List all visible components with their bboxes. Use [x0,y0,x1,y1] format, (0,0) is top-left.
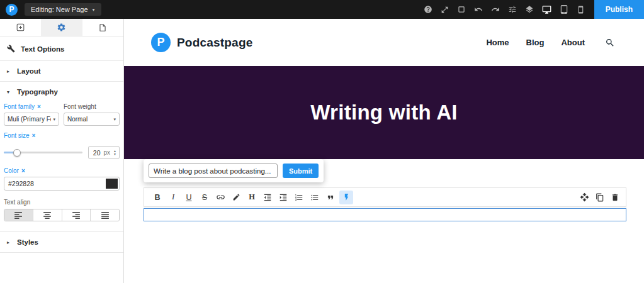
publish-button[interactable]: Publish [594,0,644,19]
editor-area: Submit B I U S H [124,159,644,283]
section-typography[interactable]: ▾ Typography [0,82,123,102]
preview-frame-icon [457,5,466,14]
font-family-label: Font family × [4,103,64,110]
heading-button[interactable]: H [245,191,259,204]
italic-button[interactable]: I [166,191,180,204]
logo-letter: P [9,5,14,14]
section-typography-label: Typography [17,88,58,96]
move-element-button[interactable] [580,192,589,202]
align-left-button[interactable] [4,209,33,221]
clear-color-icon[interactable]: × [21,167,25,174]
clear-font-family-icon[interactable]: × [37,103,41,110]
color-label: Color × [4,167,120,174]
chevron-down-icon: ▾ [93,7,95,13]
editing-label: Editing: New Page [31,6,88,13]
align-right-icon [72,212,80,219]
font-size-unit: px [103,149,110,156]
font-weight-select[interactable]: Normal ▾ [64,113,120,126]
slider-handle[interactable] [13,149,21,157]
color-swatch[interactable] [106,179,118,189]
panel-title-label: Text Options [21,45,64,53]
tablet-view-button[interactable] [560,5,568,14]
mobile-icon [577,6,585,14]
search-button[interactable] [605,38,615,48]
font-size-label: Font size × [4,132,120,139]
nav-link-about[interactable]: About [561,38,585,47]
lightning-bolt-icon [342,193,351,201]
trash-icon [611,193,619,202]
indent-icon [279,193,288,202]
hero-section[interactable]: Writing with AI [124,66,644,159]
underline-button[interactable]: U [182,191,196,204]
chevron-down-icon: ▾ [113,117,116,122]
undo-icon [474,5,483,14]
font-size-value: 20 [91,149,100,157]
redo-button[interactable] [491,5,500,14]
font-size-input[interactable]: 20 px ▲ ▼ [88,146,120,159]
font-weight-label: Font weight [64,103,120,110]
ai-prompt-input[interactable] [149,164,278,178]
site-nav: Home Blog About [486,38,615,48]
text-color-button[interactable] [229,191,243,204]
font-family-select[interactable]: Muli (Primary Font) ▾ [4,113,59,126]
typography-panel: Font family × Font weight Muli (Primary … [0,102,123,231]
desktop-icon [542,5,551,14]
clear-font-size-icon[interactable]: × [32,132,36,139]
duplicate-element-button[interactable] [596,193,604,202]
help-icon [424,5,432,14]
indent-button[interactable] [276,191,290,204]
align-center-button[interactable] [33,209,62,221]
section-layout-label: Layout [17,67,41,75]
text-align-group [4,209,120,221]
chevron-down-icon: ▾ [7,89,13,95]
fullscreen-button[interactable] [441,6,449,14]
pen-icon [232,193,240,201]
stepper-down-icon[interactable]: ▼ [113,153,116,156]
submit-button[interactable]: Submit [283,164,319,178]
tab-settings[interactable] [41,19,82,36]
nav-link-blog[interactable]: Blog [526,38,545,47]
tab-add-elements[interactable] [0,19,41,36]
color-hex-value: #292828 [8,180,34,187]
site-logo: P [151,33,171,52]
tablet-icon [560,5,568,14]
section-layout[interactable]: ▸ Layout [0,61,123,81]
quote-button[interactable] [324,191,337,204]
numbered-list-button[interactable] [292,191,306,204]
link-button[interactable] [213,191,227,204]
color-input[interactable]: #292828 [4,177,120,191]
page-canvas: P Podcastpage Home Blog About Writing wi… [124,19,644,283]
site-settings-button[interactable] [508,5,517,14]
builder-topbar: P Editing: New Page ▾ [0,0,644,19]
desktop-view-button[interactable] [542,5,551,14]
outdent-button[interactable] [261,191,274,204]
bold-button[interactable]: B [150,191,164,204]
selected-text-block[interactable] [144,208,626,221]
bulleted-list-button[interactable] [308,191,322,204]
delete-element-button[interactable] [611,193,619,202]
help-button[interactable] [424,5,432,14]
move-icon [580,192,589,202]
font-size-slider[interactable] [4,152,82,153]
mobile-view-button[interactable] [577,6,585,14]
layers-button[interactable] [525,5,534,14]
font-size-stepper[interactable]: ▲ ▼ [113,150,116,156]
podcastpage-builder-logo[interactable]: P [6,4,18,16]
outdent-icon [263,193,272,202]
editing-page-selector[interactable]: Editing: New Page ▾ [25,3,101,16]
ai-prompt-card: Submit [144,159,324,182]
strikethrough-button[interactable]: S [198,191,212,204]
hero-title[interactable]: Writing with AI [310,101,458,125]
layers-icon [525,5,534,14]
nav-link-home[interactable]: Home [486,38,509,47]
tab-page[interactable] [82,19,123,36]
align-justify-button[interactable] [91,209,119,221]
section-styles-label: Styles [17,238,38,246]
preview-frame-button[interactable] [457,5,466,14]
ai-writer-button[interactable] [339,191,353,204]
align-center-icon [43,212,51,219]
undo-button[interactable] [474,5,483,14]
section-styles[interactable]: ▸ Styles [0,232,123,252]
sliders-icon [508,5,517,14]
align-right-button[interactable] [62,209,91,221]
